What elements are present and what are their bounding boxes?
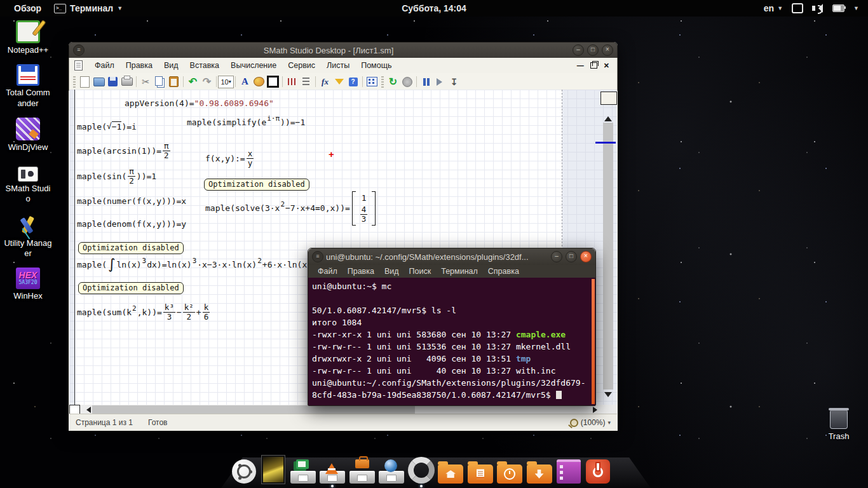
smath-titlebar[interactable]: ≡ SMath Studio Desktop - [Лист1.sm] – □ …	[69, 42, 618, 58]
dock-item-ubuntu[interactable]	[230, 459, 258, 484]
scroll-right-icon[interactable]	[593, 407, 600, 413]
smath-menu-Вычисление[interactable]: Вычисление	[225, 60, 282, 71]
toolbar-copy-button[interactable]	[154, 76, 166, 88]
keyboard-indicator[interactable]: en ▼	[764, 3, 783, 13]
toolbar-grip[interactable]	[381, 76, 384, 88]
toolbar-stop-button[interactable]	[401, 76, 413, 88]
toolbar-ref-button[interactable]: ?	[347, 76, 359, 88]
toolbar-paste-button[interactable]	[168, 76, 180, 88]
terminal-menu-Правка[interactable]: Правка	[343, 266, 379, 276]
screen-icon[interactable]	[792, 3, 803, 13]
window-menu-icon[interactable]: ≡	[73, 44, 85, 56]
toolbar-open-button[interactable]	[93, 76, 105, 88]
page-corner-box-bottom[interactable]	[69, 405, 80, 414]
app-menu[interactable]: >_ Терминал ▼	[50, 3, 126, 13]
terminal-menu-Вид[interactable]: Вид	[380, 266, 403, 276]
dock-item-screenshot[interactable]	[259, 456, 287, 484]
toolbar-palette-button[interactable]	[253, 76, 265, 88]
terminal-titlebar[interactable]: ≡ uni@ubuntu: ~/.config/SMath/extensions…	[308, 248, 595, 265]
math-region[interactable]: maple(∫ln(x)3dx)=ln(x)3·x−3·x·ln(x)2+6·x…	[77, 260, 332, 269]
minimize-button[interactable]: –	[551, 251, 562, 262]
dock-item-workspaces[interactable]	[555, 459, 583, 484]
toolbar-snip-button[interactable]	[366, 76, 378, 88]
smath-menu-Помощь[interactable]: Помощь	[355, 60, 397, 71]
smath-menu-Листы[interactable]: Листы	[321, 60, 355, 71]
dock-item-switcher-ring[interactable]	[407, 457, 435, 484]
toolbar-save-button[interactable]	[107, 76, 119, 88]
page-corner-box[interactable]	[600, 92, 617, 105]
toolbar-pause-button[interactable]	[420, 76, 432, 88]
desktop-icon-winhex[interactable]: HEX5A3F20WinHex	[1, 268, 55, 301]
math-region[interactable]: maple(simplify(ei·π))=−1	[187, 118, 305, 127]
toolbar-filter-button[interactable]	[333, 76, 345, 88]
terminal-menu-Файл[interactable]: Файл	[313, 266, 342, 276]
mdi-restore-button[interactable]	[590, 62, 597, 69]
math-region[interactable]: maple(solve(3·x2−7·x+4=0,x))=143	[205, 191, 376, 226]
close-button[interactable]: ×	[580, 251, 592, 262]
vscroll-thumb[interactable]	[603, 123, 613, 390]
scroll-up-icon[interactable]	[604, 112, 612, 121]
math-region[interactable]: maple(sin(π2))=1	[77, 167, 156, 186]
maximize-button[interactable]: □	[587, 44, 599, 56]
math-region[interactable]: maple(arcsin(1))=π2	[77, 142, 172, 160]
terminal-menu-Поиск[interactable]: Поиск	[405, 266, 436, 276]
toolbar-step-button[interactable]: ↧	[448, 76, 460, 88]
dock-item-folder-downloads[interactable]	[526, 461, 553, 484]
dock-item-drawer-web[interactable]	[377, 457, 405, 484]
battery-icon[interactable]	[832, 4, 844, 12]
math-region[interactable]: maple(numer(f(x,y)))=x	[77, 196, 186, 206]
smath-menu-Сервис[interactable]: Сервис	[282, 60, 321, 71]
scroll-left-icon[interactable]	[83, 407, 91, 413]
toolbar-undo-button[interactable]: ↶	[187, 76, 199, 88]
toolbar-redo-button[interactable]: ↷	[201, 76, 213, 88]
terminal-scrollbar[interactable]	[592, 279, 595, 404]
smath-menu-Правка[interactable]: Правка	[120, 60, 158, 71]
math-region[interactable]: maple(sum(k2,k))=k³3−k²2+k6	[77, 303, 211, 322]
toolbar-print-button[interactable]	[121, 76, 133, 88]
dock-item-drawer-tools[interactable]	[348, 457, 376, 484]
window-menu-icon[interactable]: ≡	[312, 251, 323, 262]
volume-icon[interactable]	[812, 4, 824, 13]
toolbar-new-button[interactable]	[79, 76, 91, 88]
activities-button[interactable]: Обзор	[10, 3, 45, 13]
smath-menu-Вид[interactable]: Вид	[158, 60, 184, 71]
vertical-scrollbar[interactable]	[602, 90, 614, 405]
math-region[interactable]: maple(√−1)=i	[77, 121, 137, 132]
smath-menu-Файл[interactable]: Файл	[89, 60, 120, 71]
mdi-minimize-button[interactable]: —	[577, 62, 584, 69]
terminal-body[interactable]: uni@ubuntu:~$ mc 50/1.0.6087.42147/mvr5$…	[308, 278, 595, 405]
math-region[interactable]: appVersion(4)="0.98.6089.6946"	[125, 98, 274, 108]
close-button[interactable]: ×	[602, 44, 613, 56]
dock-item-folder-home[interactable]	[437, 461, 465, 484]
toolbar-fx-button[interactable]: fx	[319, 76, 331, 88]
dock-item-folder-history[interactable]	[496, 461, 524, 484]
trash-icon[interactable]: Trash	[818, 410, 859, 441]
toolbar-alignv-button[interactable]	[300, 76, 312, 88]
desktop-icon-windjview[interactable]: WinDjView	[1, 118, 55, 152]
dock-item-drawer-media[interactable]	[318, 457, 346, 484]
zoom-chevron-icon[interactable]: ▾	[607, 419, 611, 426]
dock-item-shutdown[interactable]	[584, 459, 612, 484]
minimize-button[interactable]: –	[573, 44, 584, 56]
desktop-icon-totalcmd[interactable]: Total Commander	[1, 64, 55, 109]
clock[interactable]: Суббота, 14:04	[0, 3, 868, 13]
toolbar-recalc-button[interactable]: ↻	[387, 76, 399, 88]
hscroll-thumb[interactable]	[92, 405, 415, 414]
dock-item-drawer-notes[interactable]	[289, 457, 317, 484]
math-region[interactable]: f(x,y):=xy	[205, 149, 255, 168]
math-region[interactable]: maple(denom(f(x,y)))=y	[77, 219, 186, 229]
mdi-close-button[interactable]: ✕	[604, 62, 609, 70]
toolbar-cut-button[interactable]: ✂	[140, 76, 152, 88]
horizontal-scrollbar[interactable]	[69, 405, 617, 414]
toolbar-grip[interactable]	[73, 76, 76, 88]
toolbar-fontsize-button[interactable]: 10▾	[220, 76, 232, 88]
toolbar-play-button[interactable]	[434, 76, 446, 88]
terminal-menu-Терминал[interactable]: Терминал	[437, 266, 482, 276]
maximize-button[interactable]: □	[566, 251, 577, 262]
desktop-icon-utility[interactable]: Utility Manager	[1, 214, 55, 259]
scroll-down-icon[interactable]	[604, 392, 612, 401]
toolbar-font-button[interactable]: A	[239, 76, 251, 88]
zoom-control[interactable]: (100%) ▾	[570, 418, 611, 427]
smath-menu-Вставка[interactable]: Вставка	[184, 60, 225, 71]
toolbar-border-button[interactable]	[267, 76, 279, 88]
